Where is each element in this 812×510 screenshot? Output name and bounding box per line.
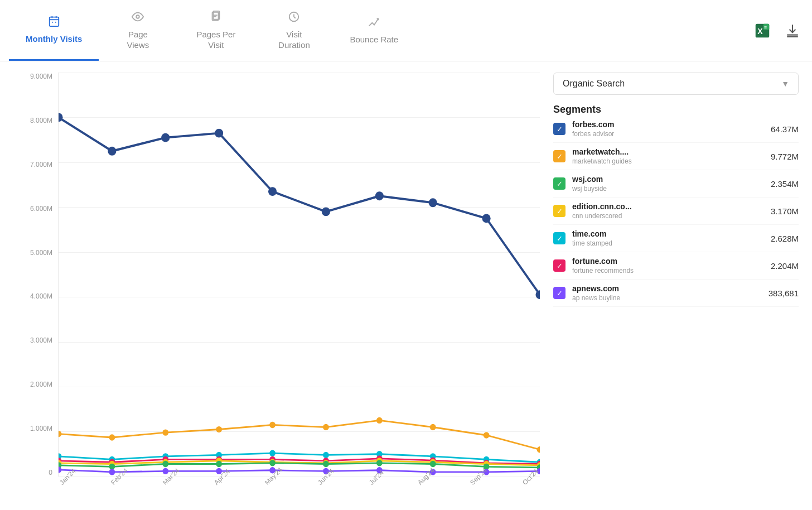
tab-visit-duration-label: VisitDuration — [278, 29, 310, 51]
svg-point-23 — [430, 424, 436, 430]
svg-point-22 — [376, 417, 383, 424]
svg-point-21 — [323, 424, 329, 430]
x-axis: Jan'24 Feb'24 Mar'24 Apr'24 May'24 Jun'2… — [58, 477, 540, 499]
segment-item-fortune[interactable]: ✓ fortune.com fortune recommends 2.204M — [553, 252, 799, 280]
svg-text:≡: ≡ — [764, 25, 767, 30]
y-label-0: 0 — [49, 469, 52, 477]
segment-checkbox-time[interactable]: ✓ — [553, 232, 566, 244]
segment-checkbox-wsj[interactable]: ✓ — [553, 177, 566, 190]
svg-text:X: X — [757, 27, 763, 36]
segment-name-time: time.com — [572, 229, 764, 238]
segment-name-marketwatch: marketwatch.... — [572, 147, 764, 156]
y-label-6m: 6.000M — [30, 205, 52, 213]
svg-point-58 — [162, 461, 168, 467]
svg-point-59 — [216, 461, 222, 467]
segments-list: ✓ forbes.com forbes advisor 64.37M ✓ mar… — [553, 116, 799, 307]
segments-title: Segments — [553, 104, 799, 116]
y-label-1m: 1.000M — [30, 425, 52, 432]
svg-point-19 — [216, 426, 222, 432]
chevron-down-icon: ▼ — [781, 79, 789, 88]
y-label-9m: 9.000M — [30, 73, 52, 80]
tab-page-views[interactable]: PageViews — [99, 0, 177, 61]
segment-info-wsj: wsj.com wsj buyside — [572, 175, 764, 193]
tab-pages-per-visit-label: Pages PerVisit — [196, 29, 235, 51]
right-panel: Organic Search ▼ Segments ✓ forbes.com f… — [553, 73, 799, 499]
main-content: 9.000M 8.000M 7.000M 6.000M 5.000M 4.000… — [0, 61, 812, 510]
svg-point-61 — [323, 461, 329, 467]
svg-point-77 — [108, 147, 116, 156]
segment-item-forbes[interactable]: ✓ forbes.com forbes advisor 64.37M — [553, 116, 799, 143]
y-label-4m: 4.000M — [30, 292, 52, 300]
segment-value-forbes: 64.37M — [771, 124, 799, 134]
svg-point-24 — [484, 432, 490, 438]
segment-value-cnn: 3.170M — [771, 206, 799, 216]
svg-point-78 — [161, 133, 170, 142]
segment-checkbox-apnews[interactable]: ✓ — [553, 287, 566, 299]
tab-bounce-rate[interactable]: Bounce Rate — [333, 0, 415, 61]
segment-item-apnews[interactable]: ✓ apnews.com ap news buyline 383,681 — [553, 280, 799, 307]
segment-info-forbes: forbes.com forbes advisor — [572, 120, 764, 138]
svg-point-80 — [268, 187, 277, 196]
clock-icon — [288, 11, 300, 26]
segment-checkbox-fortune[interactable]: ✓ — [553, 259, 566, 272]
segment-info-marketwatch: marketwatch.... marketwatch guides — [572, 147, 764, 165]
segment-value-apnews: 383,681 — [768, 288, 799, 298]
organic-search-dropdown[interactable]: Organic Search ▼ — [553, 73, 799, 95]
eye-icon — [132, 11, 144, 26]
chart-area: 9.000M 8.000M 7.000M 6.000M 5.000M 4.000… — [13, 73, 540, 499]
y-label-3m: 3.000M — [30, 336, 52, 344]
svg-point-81 — [322, 207, 330, 216]
bounce-icon — [368, 16, 380, 31]
svg-point-17 — [109, 434, 115, 440]
segment-name-forbes: forbes.com — [572, 120, 764, 129]
svg-point-85 — [535, 290, 540, 299]
chart-plot — [58, 73, 540, 477]
svg-point-68 — [162, 468, 168, 474]
y-label-5m: 5.000M — [30, 249, 52, 257]
tab-monthly-visits-label: Monthly Visits — [26, 33, 82, 45]
segment-info-time: time.com time stamped — [572, 229, 764, 247]
nav-actions: X ≡ — [752, 20, 803, 41]
top-navigation: Monthly Visits PageViews Pages PerVisit — [0, 0, 812, 61]
svg-point-67 — [109, 469, 115, 475]
segment-sub-wsj: wsj buyside — [572, 185, 764, 193]
svg-point-83 — [429, 198, 437, 207]
svg-point-30 — [269, 450, 276, 456]
y-axis: 9.000M 8.000M 7.000M 6.000M 5.000M 4.000… — [13, 73, 58, 477]
svg-point-60 — [269, 460, 276, 466]
segment-value-fortune: 2.204M — [771, 261, 799, 271]
segment-checkbox-forbes[interactable]: ✓ — [553, 123, 566, 135]
segment-sub-forbes: forbes advisor — [572, 130, 764, 138]
tab-monthly-visits[interactable]: Monthly Visits — [9, 0, 99, 61]
svg-point-57 — [109, 464, 115, 470]
tab-pages-per-visit[interactable]: Pages PerVisit — [177, 0, 255, 61]
svg-point-79 — [215, 129, 223, 138]
excel-export-button[interactable]: X ≡ — [752, 20, 773, 41]
download-button[interactable] — [782, 20, 803, 41]
segment-checkbox-cnn[interactable]: ✓ — [553, 205, 566, 217]
svg-point-62 — [376, 460, 383, 466]
segment-sub-marketwatch: marketwatch guides — [572, 157, 764, 165]
segment-checkbox-marketwatch[interactable]: ✓ — [553, 150, 566, 162]
segment-info-fortune: fortune.com fortune recommends — [572, 257, 764, 275]
filter-label: Organic Search — [563, 79, 625, 89]
svg-point-6 — [137, 15, 140, 18]
y-label-8m: 8.000M — [30, 117, 52, 124]
segment-item-marketwatch[interactable]: ✓ marketwatch.... marketwatch guides 9.7… — [553, 143, 799, 170]
segment-sub-apnews: ap news buyline — [572, 294, 762, 302]
svg-point-82 — [375, 191, 384, 200]
svg-point-16 — [59, 431, 61, 437]
calendar-icon — [48, 15, 60, 30]
svg-point-25 — [537, 446, 540, 453]
svg-point-18 — [162, 430, 168, 436]
segment-value-time: 2.628M — [771, 234, 799, 243]
segment-name-fortune: fortune.com — [572, 257, 764, 266]
tab-page-views-label: PageViews — [127, 29, 149, 51]
y-label-7m: 7.000M — [30, 161, 52, 169]
svg-point-66 — [59, 466, 61, 473]
segment-item-time[interactable]: ✓ time.com time stamped 2.628M — [553, 225, 799, 252]
tab-visit-duration[interactable]: VisitDuration — [255, 0, 333, 61]
segment-item-cnn[interactable]: ✓ edition.cnn.co... cnn underscored 3.17… — [553, 198, 799, 225]
segment-sub-fortune: fortune recommends — [572, 267, 764, 275]
segment-item-wsj[interactable]: ✓ wsj.com wsj buyside 2.354M — [553, 170, 799, 198]
